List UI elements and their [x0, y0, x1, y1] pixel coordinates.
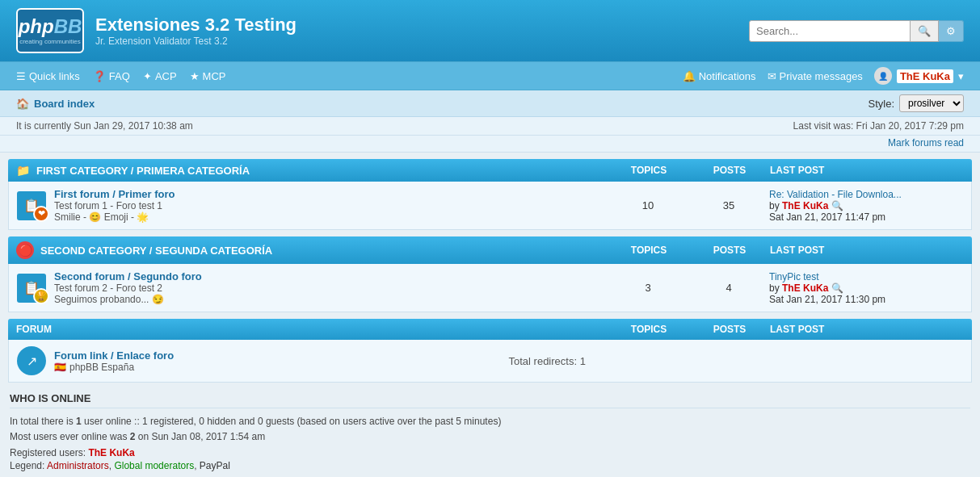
forum-2-name: Second forum / Segundo foro [54, 270, 608, 282]
mark-forums-link[interactable]: Mark forums read [888, 137, 964, 149]
legend-normal-link[interactable]: PayPal [200, 460, 230, 471]
forum-link-row: ↗ Forum link / Enlace foro 🇪🇸 phpBB Espa… [8, 340, 972, 383]
faq-icon: ❓ [93, 70, 106, 82]
header: phpBB creating communities Extensiones 3… [0, 0, 980, 61]
mcp-icon: ★ [190, 70, 200, 82]
category-1-title: FIRST CATEGORY / PRIMERA CATEGORÍA [36, 165, 608, 177]
forum-2-desc: Test forum 2 - Foro test 2 [54, 282, 608, 294]
registered-users-label: Registered users: [10, 447, 86, 458]
max-online-count: 2 [130, 431, 136, 442]
style-selector-group: Style: prosilver [868, 94, 964, 112]
private-messages-label: Private messages [780, 70, 863, 82]
forum-1-link[interactable]: First forum / Primer foro [54, 188, 175, 200]
cat2-col-topics: TOPICS [608, 245, 689, 256]
acp-item[interactable]: ✦ ACP [143, 70, 177, 82]
forum-link-sub: 🇪🇸 phpBB España [54, 362, 509, 373]
settings-button[interactable]: ⚙ [939, 20, 964, 42]
category-2-title: SECOND CATEGORY / SEGUNDA CATEGORÍA [40, 245, 608, 257]
forum-2-lastpost-user[interactable]: ThE KuKa [782, 282, 828, 294]
forum-2-posts: 4 [688, 282, 769, 294]
main-content: 📁 FIRST CATEGORY / PRIMERA CATEGORÍA TOP… [0, 159, 980, 477]
forum-2-topics: 3 [608, 282, 688, 294]
search-button[interactable]: 🔍 [911, 20, 939, 42]
notifications-item[interactable]: 🔔 Notifications [683, 70, 756, 82]
forum-link-name: Forum link / Enlace foro [54, 349, 509, 362]
envelope-icon: ✉ [768, 70, 776, 82]
board-index-link[interactable]: Board index [34, 98, 95, 110]
forum-link-icon: ↗ [17, 346, 46, 375]
navbar: ☰ Quick links ❓ FAQ ✦ ACP ★ MCP 🔔 Notifi… [0, 61, 980, 90]
dropdown-icon: ▾ [958, 70, 964, 82]
username-label: ThE KuKa [897, 69, 953, 83]
mcp-label: MCP [203, 70, 226, 82]
navbar-left: ☰ Quick links ❓ FAQ ✦ ACP ★ MCP [16, 70, 226, 82]
forum-row-1: 📋 ❤ First forum / Primer foro Test forum… [8, 182, 972, 230]
last-visit: Last visit was: Fri Jan 20, 2017 7:29 pm [793, 120, 964, 132]
forum-1-desc: Test forum 1 - Foro test 1 [54, 200, 608, 211]
forum-1-desc2: Smilie - 😊 Emoji - 🌟 [54, 211, 608, 223]
cat1-col-posts: POSTS [689, 165, 770, 176]
forum-2-lastpost: TinyPic test by ThE KuKa 🔍 Sat Jan 21, 2… [769, 271, 963, 305]
forum-1-lastpost-title[interactable]: Re: Validation - File Downloa... [769, 189, 963, 200]
style-select[interactable]: prosilver [899, 94, 964, 112]
faq-item[interactable]: ❓ FAQ [93, 70, 130, 82]
forum-2-info: Second forum / Segundo foro Test forum 2… [54, 270, 608, 305]
breadcrumb: 🏠 Board index [16, 98, 95, 110]
legend-global-link[interactable]: Global moderators [114, 460, 194, 471]
who-online-line1: In total there is 1 user online :: 1 reg… [10, 413, 970, 431]
current-time: It is currently Sun Jan 29, 2017 10:38 a… [16, 120, 193, 132]
forum-link-subname: phpBB España [69, 362, 134, 373]
breadcrumb-bar: 🏠 Board index Style: prosilver [0, 90, 980, 117]
online-count: 1 [76, 416, 82, 427]
forum-2-lastpost-title[interactable]: TinyPic test [769, 271, 963, 282]
user-menu[interactable]: 👤 ThE KuKa ▾ [874, 67, 964, 85]
style-label: Style: [868, 98, 894, 110]
legend-normal-text: PayPal [200, 460, 230, 471]
forum-1-lastpost-user[interactable]: ThE KuKa [782, 200, 828, 211]
who-online-line2: Most users ever online was 2 on Sun Jan … [10, 431, 970, 442]
legend-admin-text: Administrators [47, 460, 109, 471]
who-online-title: WHO IS ONLINE [10, 392, 970, 408]
private-messages-item[interactable]: ✉ Private messages [768, 70, 863, 82]
site-subtitle: Jr. Extension Validator Test 3.2 [95, 36, 297, 47]
mark-forums-bar: Mark forums read [0, 136, 980, 153]
legend-admin-link[interactable]: Administrators [47, 460, 109, 471]
forum-1-topics: 10 [608, 199, 688, 211]
forum-row-2: 📋 🏆 Second forum / Segundo foro Test for… [8, 264, 972, 312]
cat1-col-topics: TOPICS [608, 165, 689, 176]
forum-1-info: First forum / Primer foro Test forum 1 -… [54, 188, 608, 223]
legend-global-text: Global moderators [114, 460, 194, 471]
header-search-group: 🔍 ⚙ [749, 20, 964, 42]
forum-section-col-forum: FORUM [16, 324, 608, 335]
forum-2-lastpost-by: by [769, 282, 780, 294]
legend-line: Legend: Administrators, Global moderator… [10, 460, 970, 471]
forum-2-lastpost-time: Sat Jan 21, 2017 11:30 pm [769, 294, 963, 305]
navbar-right: 🔔 Notifications ✉ Private messages 👤 ThE… [683, 67, 964, 85]
category-1-icon: 📁 [16, 164, 30, 177]
search-input[interactable] [749, 20, 911, 42]
site-title: Extensiones 3.2 Testing [95, 15, 297, 36]
forum-link-redirects: Total redirects: 1 [509, 355, 964, 367]
forum-2-link[interactable]: Second forum / Segundo foro [54, 270, 202, 282]
mcp-item[interactable]: ★ MCP [190, 70, 226, 82]
view-post-icon[interactable]: 🔍 [831, 200, 843, 211]
bell-icon: 🔔 [683, 70, 696, 82]
logo-sub-text: creating communities [19, 38, 81, 45]
forum-link-info: Forum link / Enlace foro 🇪🇸 phpBB España [54, 349, 509, 373]
forum-section-header: FORUM TOPICS POSTS LAST POST [8, 319, 972, 340]
logo-phpbb-text: phpBB [19, 16, 82, 37]
legend-label: Legend: [10, 460, 44, 471]
forum-link-anchor[interactable]: Forum link / Enlace foro [54, 349, 174, 362]
quick-links-item[interactable]: ☰ Quick links [16, 70, 80, 82]
acp-label: ACP [155, 70, 177, 82]
registered-user-link[interactable]: ThE KuKa [88, 447, 134, 458]
category-2-header: 🔴 SECOND CATEGORY / SEGUNDA CATEGORÍA TO… [8, 236, 972, 264]
who-online-section: WHO IS ONLINE In total there is 1 user o… [8, 383, 972, 476]
forum-section-col-topics: TOPICS [608, 324, 689, 335]
category-1-header: 📁 FIRST CATEGORY / PRIMERA CATEGORÍA TOP… [8, 159, 972, 182]
category-2-icon: 🔴 [16, 241, 34, 259]
quick-links-label: Quick links [29, 70, 80, 82]
forum-1-icon: 📋 ❤ [17, 191, 46, 220]
view-post-icon-2[interactable]: 🔍 [831, 282, 843, 294]
phpbb-logo[interactable]: phpBB creating communities [16, 8, 84, 53]
